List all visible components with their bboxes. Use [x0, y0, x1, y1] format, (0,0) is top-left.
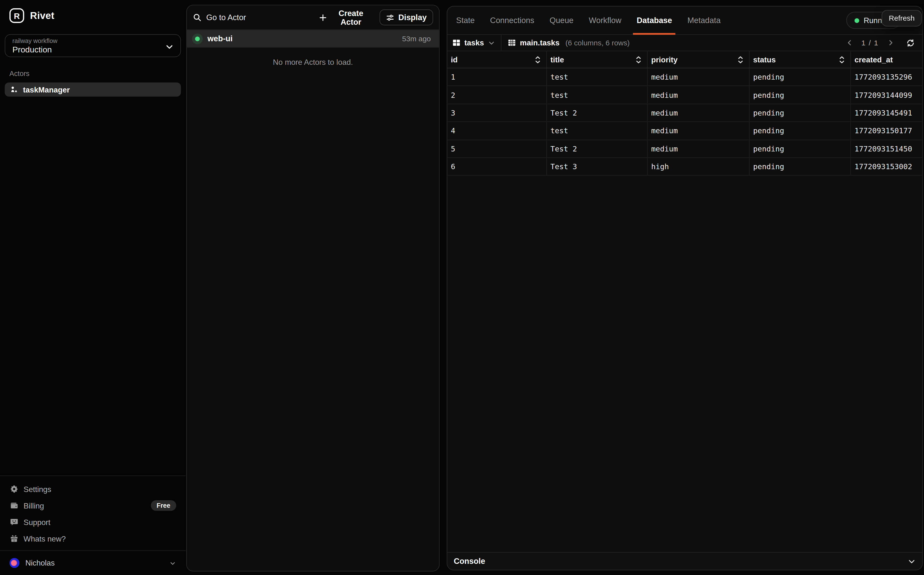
- display-button[interactable]: Display: [380, 10, 433, 25]
- actor-name: web-ui: [207, 34, 232, 43]
- workflow-select-label: railway workflow: [13, 37, 173, 45]
- table-cell[interactable]: 3: [447, 104, 547, 121]
- wallet-icon: [10, 502, 18, 510]
- table-header-row: id title priority status created_at: [447, 51, 922, 68]
- table-body: 1testmediumpending17720931352962testmedi…: [447, 68, 922, 552]
- table-cell[interactable]: 1: [447, 68, 547, 86]
- table-cell[interactable]: Test 2: [547, 140, 648, 157]
- actor-list-item-web-ui[interactable]: web-ui 53m ago: [187, 29, 439, 48]
- sort-icon: [838, 56, 845, 64]
- column-header-priority[interactable]: priority: [648, 51, 750, 68]
- tab-workflow[interactable]: Workflow: [581, 6, 629, 34]
- table-row[interactable]: 1testmediumpending1772093135296: [447, 68, 922, 86]
- page-indicator: 1 / 1: [861, 38, 879, 47]
- table-cell[interactable]: medium: [648, 86, 750, 103]
- tab-metadata[interactable]: Metadata: [680, 6, 728, 34]
- sidebar-footer: Settings Billing Free Support: [0, 475, 186, 575]
- table-cell[interactable]: 1772093135296: [851, 68, 922, 86]
- table-identity: main.tasks (6 columns, 6 rows): [502, 38, 630, 47]
- status-dot-icon: [854, 18, 859, 22]
- table-cell[interactable]: pending: [750, 140, 851, 157]
- tab-queue[interactable]: Queue: [542, 6, 581, 34]
- brand-name: Rivet: [30, 10, 54, 21]
- search-input[interactable]: [206, 13, 311, 22]
- empty-list-message: No more Actors to load.: [187, 58, 439, 67]
- next-page-button[interactable]: [886, 38, 895, 48]
- sidebar-item-settings[interactable]: Settings: [0, 481, 186, 497]
- actor-list-panel: Create Actor Display web-ui 53m ago No m…: [186, 5, 440, 571]
- sidebar-item-whats-new[interactable]: Whats new?: [0, 531, 186, 547]
- sidebar-item-billing[interactable]: Billing Free: [0, 497, 186, 514]
- table-cell[interactable]: medium: [648, 104, 750, 121]
- table-cell[interactable]: 4: [447, 122, 547, 139]
- avatar: [10, 558, 19, 568]
- table-selector-value: tasks: [464, 38, 484, 47]
- plan-badge: Free: [151, 500, 176, 511]
- display-label: Display: [398, 13, 427, 22]
- table-cell[interactable]: 5: [447, 140, 547, 157]
- column-header-status[interactable]: status: [750, 51, 851, 68]
- table-cell[interactable]: test: [547, 122, 648, 139]
- table-cell[interactable]: pending: [750, 158, 851, 175]
- tab-state[interactable]: State: [448, 6, 482, 34]
- table-cell[interactable]: 1772093145491: [851, 104, 922, 121]
- tab-connections[interactable]: Connections: [482, 6, 542, 34]
- table-cell[interactable]: 1772093153002: [851, 158, 922, 175]
- workflow-select[interactable]: railway workflow Production: [5, 34, 181, 57]
- table-cell[interactable]: pending: [750, 104, 851, 121]
- tooltip-label: Refresh: [889, 14, 914, 22]
- table-row[interactable]: 6Test 3highpending1772093153002: [447, 158, 922, 176]
- column-header-title[interactable]: title: [547, 51, 648, 68]
- table-row[interactable]: 4testmediumpending1772093150177: [447, 122, 922, 140]
- tooltip: Refresh: [882, 10, 922, 27]
- sort-icon: [635, 56, 642, 64]
- table-cell[interactable]: pending: [750, 86, 851, 103]
- table-row[interactable]: 3Test 2mediumpending1772093145491: [447, 104, 922, 122]
- table-cell[interactable]: Test 2: [547, 104, 648, 121]
- refresh-table-button[interactable]: [906, 38, 914, 47]
- column-header-label: status: [753, 55, 776, 64]
- column-header-label: id: [451, 55, 458, 64]
- table-cell[interactable]: high: [648, 158, 750, 175]
- pagination: 1 / 1: [844, 38, 922, 48]
- actor-list-toolbar: Create Actor Display: [187, 5, 439, 30]
- table-cell[interactable]: medium: [648, 68, 750, 86]
- prev-page-button[interactable]: [844, 38, 854, 48]
- table-cell[interactable]: 1772093144099: [851, 86, 922, 103]
- table-row[interactable]: 5Test 2mediumpending1772093151450: [447, 140, 922, 158]
- table-selector-dropdown[interactable]: tasks: [447, 35, 501, 51]
- table-cell[interactable]: test: [547, 68, 648, 86]
- table-meta: (6 columns, 6 rows): [565, 38, 630, 47]
- table-cell[interactable]: 1772093150177: [851, 122, 922, 139]
- chevron-down-icon: [908, 557, 916, 565]
- table-row[interactable]: 2testmediumpending1772093144099: [447, 86, 922, 104]
- create-actor-button[interactable]: Create Actor: [315, 5, 375, 30]
- chevron-down-icon: [488, 39, 495, 46]
- table-cell[interactable]: 1772093151450: [851, 140, 922, 157]
- sidebar-item-label: Billing: [24, 501, 44, 510]
- sidebar: R Rivet railway workflow Production Acto…: [0, 0, 186, 575]
- table-cell[interactable]: medium: [648, 122, 750, 139]
- user-menu[interactable]: Nicholas: [0, 551, 186, 575]
- table-cell[interactable]: 2: [447, 86, 547, 103]
- tab-database[interactable]: Database: [629, 6, 680, 34]
- table-cell[interactable]: Test 3: [547, 158, 648, 175]
- sidebar-item-label: taskManager: [23, 85, 70, 94]
- column-header-created-at[interactable]: created_at: [851, 51, 922, 68]
- table-cell[interactable]: 6: [447, 158, 547, 175]
- gift-icon: [10, 534, 18, 543]
- table-cell[interactable]: medium: [648, 140, 750, 157]
- sidebar-item-label: Settings: [24, 485, 51, 494]
- brand-row: R Rivet: [0, 0, 186, 23]
- sidebar-item-support[interactable]: Support: [0, 514, 186, 531]
- inspector-tabbar: State Connections Queue Workflow Databas…: [447, 6, 922, 35]
- sidebar-item-taskmanager[interactable]: taskManager: [5, 83, 181, 97]
- table-cell[interactable]: pending: [750, 68, 851, 86]
- table-cell[interactable]: test: [547, 86, 648, 103]
- column-header-id[interactable]: id: [447, 51, 547, 68]
- actor-group-icon: [10, 86, 18, 94]
- table-cell[interactable]: pending: [750, 122, 851, 139]
- create-actor-label: Create Actor: [331, 8, 371, 26]
- console-toggle[interactable]: Console: [447, 552, 922, 570]
- database-toolbar: tasks main.tasks (6 columns, 6 rows) 1 /…: [447, 35, 922, 51]
